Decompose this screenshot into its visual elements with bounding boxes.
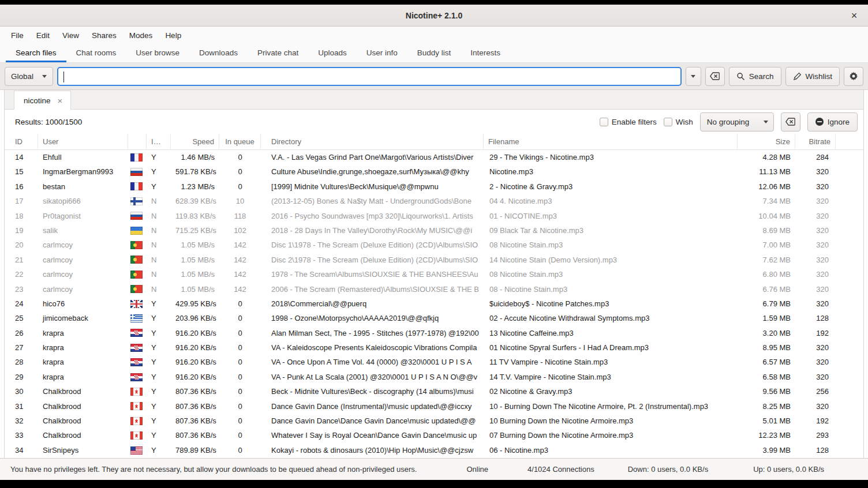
- table-row[interactable]: 30 Chalkbrood Y 807.36 KB/s 0 Beck - Mid…: [5, 384, 863, 399]
- search-input[interactable]: [63, 72, 676, 81]
- menu-item-edit[interactable]: Edit: [30, 29, 56, 42]
- enable-filters-checkbox[interactable]: [600, 118, 608, 126]
- ignore-button[interactable]: Ignore: [807, 112, 858, 132]
- upload-status[interactable]: Up: 0 users, 0.0 KB/s: [753, 465, 824, 474]
- screen: Nicotine+ 2.1.0 × FileEditViewSharesMode…: [0, 0, 868, 488]
- search-tab-nicotine[interactable]: nicotine ×: [14, 91, 71, 110]
- column-header-in-queue[interactable]: In queue: [219, 134, 261, 149]
- cell-speed: 119.83 KB/s: [171, 209, 219, 223]
- tab-chat-rooms[interactable]: Chat rooms: [66, 44, 126, 62]
- wish-checkbox[interactable]: [664, 118, 672, 126]
- tab-search-files[interactable]: Search files: [6, 44, 66, 62]
- clear-results-button[interactable]: [781, 112, 800, 132]
- settings-button[interactable]: [844, 67, 863, 86]
- table-row[interactable]: 17 sikatopi666 N 628.39 KB/s 10 (2013-12…: [5, 194, 863, 208]
- search-entry[interactable]: [57, 67, 682, 86]
- table-row[interactable]: 27 krapra Y 916.20 KB/s 0 VA - Kaleidosc…: [5, 340, 863, 355]
- cell-user: IngmarBergman9993: [38, 164, 128, 179]
- menu-item-modes[interactable]: Modes: [123, 29, 159, 42]
- cell-user: krapra: [38, 355, 128, 369]
- table-row[interactable]: 23 carlmcoy N 1.05 MB/s 142 2006 - The S…: [5, 282, 863, 296]
- cell-in-queue: 0: [219, 340, 261, 355]
- results-table: ID User Immediate Speed In queue Directo…: [5, 134, 863, 458]
- table-row[interactable]: 16 bestan Y 1.23 MB/s 0 [1999] Midnite V…: [5, 179, 863, 194]
- clear-search-button[interactable]: [705, 67, 725, 86]
- search-scope-dropdown[interactable]: Global: [5, 67, 53, 86]
- cell-filename: 2 - Nicotine & Gravy.mp3: [484, 179, 738, 194]
- close-icon: ×: [851, 10, 858, 22]
- table-row[interactable]: 29 krapra Y 916.20 KB/s 0 VA - Punk At L…: [5, 370, 863, 384]
- cell-speed: 807.36 KB/s: [171, 384, 219, 399]
- menu-item-view[interactable]: View: [56, 29, 85, 42]
- menu-item-shares[interactable]: Shares: [85, 29, 123, 42]
- menu-item-file[interactable]: File: [5, 29, 30, 42]
- wish-toggle[interactable]: Wish: [664, 118, 693, 126]
- column-header-flag[interactable]: [128, 134, 147, 149]
- tab-buddy-list[interactable]: Buddy list: [407, 44, 461, 62]
- cell-in-queue: 0: [219, 355, 261, 369]
- cell-filename: 11 TV Vampire - Nicotine Stain.mp3: [484, 355, 738, 369]
- cell-in-queue: 0: [219, 399, 261, 414]
- table-row[interactable]: 33 Chalkbrood Y 807.36 KB/s 0 Whatever I…: [5, 428, 863, 442]
- table-row[interactable]: 14 Ehfull Y 1.46 MB/s 0 V.A. - Las Vegas…: [5, 150, 863, 164]
- column-header-size[interactable]: Size: [738, 134, 795, 149]
- column-header-bitrate[interactable]: Bitrate: [795, 134, 836, 149]
- column-header-user[interactable]: User: [38, 134, 128, 149]
- tab-uploads[interactable]: Uploads: [308, 44, 357, 62]
- connection-status[interactable]: Online: [466, 465, 488, 474]
- cell-id: 26: [5, 326, 38, 340]
- table-row[interactable]: 28 krapra Y 916.20 KB/s 0 VA - Once Upon…: [5, 355, 863, 369]
- cell-user: Chalkbrood: [38, 399, 128, 414]
- cell-filename: 09 Black Tar & Nicotine.mp3: [484, 223, 738, 238]
- cell-id: 24: [5, 296, 38, 311]
- table-row[interactable]: 26 krapra Y 916.20 KB/s 0 Alan Milman Se…: [5, 326, 863, 340]
- cell-size: 6.79 MB: [738, 296, 795, 311]
- status-bar: You have no privileges left. They are no…: [0, 458, 868, 480]
- grouping-dropdown[interactable]: No grouping: [700, 112, 774, 132]
- tab-user-browse[interactable]: User browse: [126, 44, 189, 62]
- enable-filters-toggle[interactable]: Enable filters: [600, 118, 657, 126]
- cell-bitrate: 284: [795, 150, 836, 164]
- cell-bitrate: 320: [795, 164, 836, 179]
- gear-icon: [849, 72, 858, 81]
- cell-size: 6.80 MB: [738, 267, 795, 281]
- table-row[interactable]: 32 Chalkbrood Y 807.36 KB/s 0 Dance Gavi…: [5, 414, 863, 428]
- column-header-directory[interactable]: Directory: [261, 134, 484, 149]
- column-header-immediate[interactable]: Immediate: [147, 134, 171, 149]
- search-button[interactable]: Search: [729, 67, 781, 86]
- tab-close-button[interactable]: ×: [57, 95, 64, 106]
- cell-user: SirSnipeys: [38, 443, 128, 457]
- tab-private-chat[interactable]: Private chat: [248, 44, 308, 62]
- cell-speed: 807.36 KB/s: [171, 414, 219, 428]
- cell-user: Chalkbrood: [38, 384, 128, 399]
- table-row[interactable]: 15 IngmarBergman9993 Y 591.78 KB/s 0 Cul…: [5, 164, 863, 179]
- cell-filename: 02 Nicotine & Gravy.mp3: [484, 384, 738, 399]
- window-close-button[interactable]: ×: [847, 9, 861, 22]
- connections-count: 4/1024 Connections: [527, 465, 594, 474]
- tab-user-info[interactable]: User info: [357, 44, 407, 62]
- cell-filename: 01 Nicotine Spyral Surfers - I Had A Dre…: [484, 340, 738, 355]
- cell-filename: 14 Nicotine Stain (Demo Version).mp3: [484, 253, 738, 267]
- table-row[interactable]: 22 carlmcoy N 1.05 MB/s 142 1978 - The S…: [5, 267, 863, 281]
- cell-immediate: Y: [147, 414, 171, 428]
- column-header-filename[interactable]: Filename: [484, 134, 738, 149]
- table-row[interactable]: 20 carlmcoy N 1.05 MB/s 142 Disc 1\1978 …: [5, 238, 863, 252]
- cell-user: jimicomeback: [38, 311, 128, 325]
- table-row[interactable]: 31 Chalkbrood Y 807.36 KB/s 0 Dance Gavi…: [5, 399, 863, 414]
- column-header-id[interactable]: ID: [5, 134, 38, 149]
- column-header-speed[interactable]: Speed: [171, 134, 219, 149]
- tab-interests[interactable]: Interests: [461, 44, 510, 62]
- menu-item-help[interactable]: Help: [159, 29, 188, 42]
- cell-bitrate: 128: [795, 443, 836, 457]
- table-row[interactable]: 19 salik N 715.25 KB/s 102 2018 - 28 Day…: [5, 223, 863, 238]
- table-row[interactable]: 25 jimicomeback Y 203.96 KB/s 0 1998 - O…: [5, 311, 863, 325]
- table-row[interactable]: 34 SirSnipeys Y 789.89 KB/s 0 Kokayi - r…: [5, 443, 863, 457]
- search-history-dropdown[interactable]: [686, 67, 701, 86]
- table-row[interactable]: 18 Pr0tagonist N 119.83 KB/s 118 2016 - …: [5, 209, 863, 223]
- table-row[interactable]: 24 hico76 Y 429.95 KB/s 0 2018\Commercia…: [5, 296, 863, 311]
- table-row[interactable]: 21 carlmcoy N 1.05 MB/s 142 Disc 2\1978 …: [5, 253, 863, 267]
- wishlist-button[interactable]: Wishlist: [785, 67, 840, 86]
- bottom-black-strip: [0, 480, 868, 488]
- tab-downloads[interactable]: Downloads: [189, 44, 248, 62]
- download-status[interactable]: Down: 0 users, 0.0 KB/s: [628, 465, 708, 474]
